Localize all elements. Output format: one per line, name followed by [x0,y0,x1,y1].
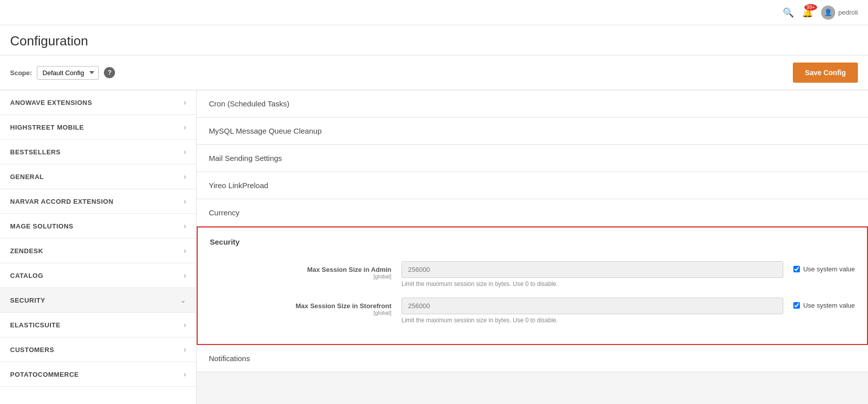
sidebar-item-highstreet-mobile[interactable]: HIGHSTREET MOBILE › [0,115,196,140]
max-session-admin-label: Max Session Size in Admin [global] [210,266,391,279]
notifications-section[interactable]: Notifications [197,345,868,372]
max-session-admin-input[interactable] [401,261,783,278]
chevron-down-icon: › [184,172,186,181]
max-session-storefront-row: Max Session Size in Storefront [global] … [210,298,855,324]
cron-section-row[interactable]: Cron (Scheduled Tasks) [197,90,868,118]
max-session-admin-use-system-col: Use system value [783,261,855,273]
chevron-down-icon: › [184,271,186,279]
security-section-title: Security [210,238,855,251]
sidebar-item-elasticsuite[interactable]: ELASTICSUITE › [0,313,196,337]
max-session-storefront-label: Max Session Size in Storefront [global] [210,302,391,316]
username: pedroli [838,9,858,16]
mail-label: Mail Sending Settings [209,154,282,162]
max-session-admin-label-col: Max Session Size in Admin [global] [210,261,401,279]
sidebar-item-catalog[interactable]: CATALOG › [0,263,196,288]
chevron-down-icon: › [184,148,186,156]
page-title: Configuration [10,33,858,49]
chevron-down-icon: › [184,247,186,255]
max-session-storefront-label-col: Max Session Size in Storefront [global] [210,298,401,316]
max-session-storefront-input[interactable] [401,298,783,314]
chevron-down-icon: › [184,370,186,378]
notification-bell[interactable]: 🔔 99+ [802,7,813,18]
scope-bar: Scope: Default Config ? Save Config [0,55,868,90]
yireo-section-row[interactable]: Yireo LinkPreload [197,172,868,199]
sidebar-item-mage-solutions[interactable]: MAGE SOLUTIONS › [0,214,196,239]
max-session-admin-use-system-checkbox[interactable] [793,266,800,272]
scope-label: Scope: [10,69,32,77]
scope-select[interactable]: Default Config [37,66,99,80]
header-right: 🔍 🔔 99+ 👤 pedroli [783,6,858,20]
max-session-admin-use-system-label: Use system value [803,265,855,273]
chevron-down-icon: › [184,98,186,106]
max-session-storefront-use-system-checkbox[interactable] [793,302,800,309]
max-session-storefront-hint: Limit the maximum session size in bytes.… [401,317,783,324]
currency-label: Currency [209,208,240,217]
currency-section-row[interactable]: Currency [197,199,868,226]
max-session-admin-input-col: Limit the maximum session size in bytes.… [401,261,783,287]
avatar: 👤 [821,6,835,20]
page-title-bar: Configuration [0,25,868,55]
chevron-down-icon: › [184,197,186,205]
save-config-button[interactable]: Save Config [793,63,858,83]
chevron-down-icon: ⌄ [180,296,186,304]
chevron-down-icon: › [184,321,186,329]
mysql-section-row[interactable]: MySQL Message Queue Cleanup [197,118,868,145]
sidebar-item-bestsellers[interactable]: BESTSELLERS › [0,140,196,164]
main-content: Cron (Scheduled Tasks) MySQL Message Que… [197,90,868,404]
chevron-down-icon: › [184,123,186,131]
chevron-down-icon: › [184,222,186,230]
max-session-admin-tag: [global] [210,273,391,279]
search-button[interactable]: 🔍 [783,7,794,18]
max-session-storefront-use-system-label: Use system value [803,302,855,309]
scope-left: Scope: Default Config ? [10,66,115,80]
sidebar-item-narvar-accord-extension[interactable]: NARVAR ACCORD EXTENSION › [0,189,196,214]
top-header: 🔍 🔔 99+ 👤 pedroli [0,0,868,25]
mysql-label: MySQL Message Queue Cleanup [209,127,322,135]
sidebar: ANOWAVE EXTENSIONS › HIGHSTREET MOBILE ›… [0,90,197,404]
sidebar-item-security[interactable]: SECURITY ⌄ [0,288,196,313]
yireo-label: Yireo LinkPreload [209,181,268,190]
max-session-storefront-tag: [global] [210,310,391,316]
max-session-admin-row: Max Session Size in Admin [global] Limit… [210,261,855,287]
max-session-admin-hint: Limit the maximum session size in bytes.… [401,280,783,287]
help-icon[interactable]: ? [104,67,115,78]
cron-label: Cron (Scheduled Tasks) [209,99,290,108]
max-session-storefront-use-system-col: Use system value [783,298,855,309]
user-menu[interactable]: 👤 pedroli [821,6,858,20]
security-section: Security Max Session Size in Admin [glob… [197,226,868,345]
chevron-down-icon: › [184,345,186,354]
mail-section-row[interactable]: Mail Sending Settings [197,145,868,172]
sidebar-item-general[interactable]: GENERAL › [0,164,196,189]
main-layout: ANOWAVE EXTENSIONS › HIGHSTREET MOBILE ›… [0,90,868,404]
sidebar-item-potatocommerce[interactable]: POTATOCOMMERCE › [0,362,196,387]
notifications-label: Notifications [209,354,250,363]
sidebar-item-anowave-extensions[interactable]: ANOWAVE EXTENSIONS › [0,90,196,115]
notification-count: 99+ [804,4,817,11]
sidebar-item-zendesk[interactable]: ZENDESK › [0,239,196,263]
sidebar-item-customers[interactable]: CUSTOMERS › [0,337,196,362]
max-session-storefront-input-col: Limit the maximum session size in bytes.… [401,298,783,324]
